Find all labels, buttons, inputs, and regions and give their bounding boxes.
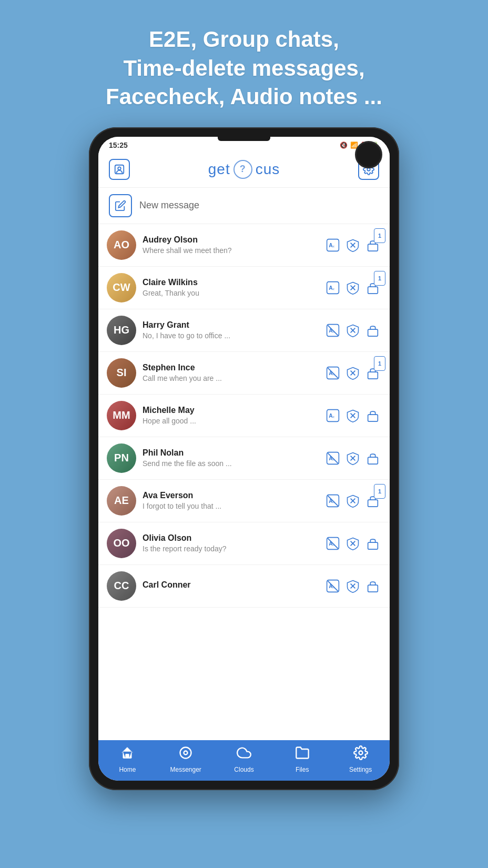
camera-notch bbox=[355, 141, 382, 168]
lock-icon-2[interactable] bbox=[364, 322, 381, 339]
badge-0: 1 bbox=[374, 228, 385, 243]
chat-actions-0: A ᵡ bbox=[324, 237, 381, 254]
lock-icon-5[interactable] bbox=[364, 450, 381, 467]
bottom-nav: Home Messenger Clouds Files Settings bbox=[98, 740, 390, 781]
translate-icon-0[interactable]: A ᵡ bbox=[324, 237, 341, 254]
avatar-1: CW bbox=[107, 273, 136, 302]
translate-icon-6[interactable]: A ᵡ bbox=[324, 492, 341, 509]
shield-icon-6[interactable] bbox=[344, 492, 361, 509]
translate-icon-3[interactable]: A ᵡ bbox=[324, 365, 341, 381]
svg-rect-41 bbox=[368, 457, 378, 464]
chat-item-4[interactable]: MM Michelle May Hope all good ... A ᵡ bbox=[98, 395, 390, 437]
chat-actions-5: A ᵡ bbox=[324, 450, 381, 467]
chat-name-7: Olivia Olson bbox=[143, 533, 320, 543]
translate-icon-4[interactable]: A ᵡ bbox=[324, 407, 341, 424]
svg-point-1 bbox=[118, 167, 121, 170]
chat-name-5: Phil Nolan bbox=[143, 448, 320, 458]
nav-icon-settings bbox=[353, 745, 368, 764]
svg-text:ᵡ: ᵡ bbox=[333, 287, 334, 292]
svg-rect-21 bbox=[368, 329, 378, 336]
translate-icon-1[interactable]: A ᵡ bbox=[324, 279, 341, 296]
chat-item-1[interactable]: CW Claire Wilkins Great, Thank you A ᵡ bbox=[98, 267, 390, 309]
chat-info-1: Claire Wilkins Great, Thank you bbox=[143, 278, 320, 297]
shield-icon-0[interactable] bbox=[344, 237, 361, 254]
shield-icon-3[interactable] bbox=[344, 365, 361, 381]
svg-text:A: A bbox=[329, 285, 333, 291]
chat-actions-1: A ᵡ bbox=[324, 279, 381, 296]
svg-text:ᵡ: ᵡ bbox=[333, 415, 334, 420]
lock-icon-8[interactable] bbox=[364, 578, 381, 594]
translate-icon-8[interactable]: A ᵡ bbox=[324, 578, 341, 594]
chat-name-4: Michelle May bbox=[143, 406, 320, 415]
svg-rect-14 bbox=[368, 287, 378, 294]
avatar-0: AO bbox=[107, 230, 136, 260]
avatar-7: OO bbox=[107, 529, 136, 558]
chat-item-3[interactable]: SI Stephen Ince Call me when you are ...… bbox=[98, 352, 390, 395]
nav-item-clouds[interactable]: Clouds bbox=[226, 745, 262, 773]
chat-item-7[interactable]: OO Olivia Olson Is the report ready toda… bbox=[98, 522, 390, 565]
badge-3: 1 bbox=[374, 356, 385, 371]
nav-icon-clouds bbox=[237, 745, 251, 764]
shield-icon-4[interactable] bbox=[344, 407, 361, 424]
chat-actions-4: A ᵡ bbox=[324, 407, 381, 424]
chat-name-1: Claire Wilkins bbox=[143, 278, 320, 287]
svg-point-63 bbox=[180, 747, 191, 758]
nav-label-home: Home bbox=[119, 766, 136, 773]
avatar-4: MM bbox=[107, 401, 136, 430]
shield-icon-2[interactable] bbox=[344, 322, 361, 339]
chat-info-3: Stephen Ince Call me when you are ... bbox=[143, 363, 320, 382]
hero-line3: Facecheck, Audio notes ... bbox=[106, 84, 382, 109]
shield-icon-1[interactable] bbox=[344, 279, 361, 296]
chat-item-6[interactable]: AE Ava Everson I forgot to tell you that… bbox=[98, 480, 390, 522]
chat-list: AO Audrey Olson Where shall we meet then… bbox=[98, 224, 390, 740]
chat-item-5[interactable]: PN Phil Nolan Send me the file as soon .… bbox=[98, 437, 390, 480]
phone-wrapper: 15:25 🔇 📶 ⏰ 🔋 get ? cus bbox=[89, 127, 399, 790]
nav-item-home[interactable]: Home bbox=[109, 745, 146, 773]
new-message-label: New message bbox=[139, 200, 199, 211]
nav-item-messenger[interactable]: Messenger bbox=[167, 745, 204, 773]
translate-icon-2[interactable]: A ᵡ bbox=[324, 322, 341, 339]
nav-item-settings[interactable]: Settings bbox=[342, 745, 379, 773]
logo-text-post: cus bbox=[256, 161, 280, 178]
top-notch bbox=[218, 137, 270, 141]
chat-item-0[interactable]: AO Audrey Olson Where shall we meet then… bbox=[98, 224, 390, 267]
chat-actions-7: A ᵡ bbox=[324, 535, 381, 552]
shield-icon-8[interactable] bbox=[344, 578, 361, 594]
compose-icon bbox=[109, 194, 132, 217]
chat-name-2: Harry Grant bbox=[143, 320, 320, 330]
svg-point-2 bbox=[367, 168, 370, 171]
chat-preview-3: Call me when you are ... bbox=[143, 374, 320, 382]
svg-rect-55 bbox=[368, 542, 378, 549]
chat-actions-6: A ᵡ bbox=[324, 492, 381, 509]
nav-label-files: Files bbox=[296, 766, 309, 773]
logo-icon: ? bbox=[233, 160, 252, 179]
chat-preview-7: Is the report ready today? bbox=[143, 544, 320, 553]
svg-text:A: A bbox=[329, 242, 333, 248]
nav-icon-home bbox=[120, 745, 135, 764]
translate-icon-7[interactable]: A ᵡ bbox=[324, 535, 341, 552]
app-logo: get ? cus bbox=[208, 160, 280, 179]
chat-name-6: Ava Everson bbox=[143, 491, 320, 500]
chat-item-8[interactable]: CC Carl Conner A ᵡ bbox=[98, 565, 390, 608]
translate-icon-5[interactable]: A ᵡ bbox=[324, 450, 341, 467]
lock-icon-4[interactable] bbox=[364, 407, 381, 424]
avatar-8: CC bbox=[107, 571, 136, 601]
chat-item-2[interactable]: HG Harry Grant No, I have to go to offic… bbox=[98, 309, 390, 352]
shield-icon-5[interactable] bbox=[344, 450, 361, 467]
nav-icon-messenger bbox=[178, 745, 193, 764]
nav-item-files[interactable]: Files bbox=[284, 745, 321, 773]
nav-label-clouds: Clouds bbox=[234, 766, 253, 773]
lock-icon-7[interactable] bbox=[364, 535, 381, 552]
chat-info-6: Ava Everson I forgot to tell you that ..… bbox=[143, 491, 320, 510]
chat-info-7: Olivia Olson Is the report ready today? bbox=[143, 533, 320, 553]
chat-info-5: Phil Nolan Send me the file as soon ... bbox=[143, 448, 320, 468]
svg-point-64 bbox=[184, 751, 188, 754]
chat-preview-2: No, I have to go to office ... bbox=[143, 331, 320, 340]
shield-icon-7[interactable] bbox=[344, 535, 361, 552]
profile-button[interactable] bbox=[109, 159, 130, 180]
chat-info-2: Harry Grant No, I have to go to office .… bbox=[143, 320, 320, 340]
new-message-bar[interactable]: New message bbox=[98, 188, 390, 224]
chat-name-0: Audrey Olson bbox=[143, 235, 320, 245]
hero-line1: E2E, Group chats, bbox=[149, 27, 339, 52]
svg-rect-48 bbox=[368, 500, 378, 507]
